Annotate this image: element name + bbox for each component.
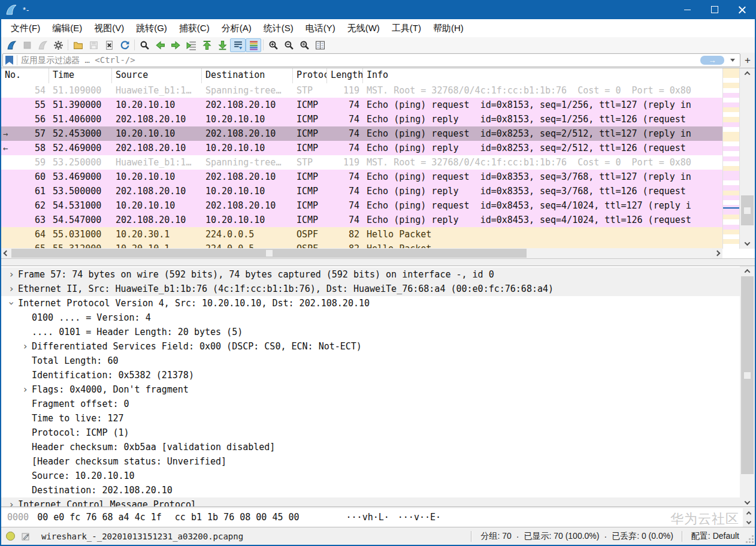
menu-item-2[interactable]: 视图(V) xyxy=(88,19,130,37)
packet-row-62[interactable]: 6254.53100010.20.10.10202.108.20.10ICMP7… xyxy=(1,198,722,213)
scroll-up-button[interactable] xyxy=(740,266,755,276)
menu-item-6[interactable]: 统计(S) xyxy=(258,19,300,37)
expand-icon[interactable]: › xyxy=(5,282,18,296)
detail-line-12[interactable]: Header checksum: 0xb5aa [validation disa… xyxy=(1,440,740,454)
packet-row-64[interactable]: 6455.03100010.20.30.1224.0.0.5OSPF82Hell… xyxy=(1,227,722,242)
hscroll-thumb[interactable] xyxy=(11,249,527,258)
capture-options-button[interactable] xyxy=(50,38,66,52)
packet-row-63[interactable]: 6354.547000202.108.20.1010.20.10.10ICMP7… xyxy=(1,213,722,227)
colorize-packets-button[interactable] xyxy=(246,38,261,52)
open-file-button[interactable] xyxy=(70,38,86,52)
zoom-in-button[interactable] xyxy=(265,38,281,52)
go-to-packet-button[interactable] xyxy=(183,38,199,52)
detail-line-16[interactable]: ›Internet Control Message Protocol xyxy=(1,497,740,507)
filter-bookmark-icon[interactable] xyxy=(5,56,13,65)
save-file-button[interactable] xyxy=(86,38,101,52)
detail-line-13[interactable]: [Header checksum status: Unverified] xyxy=(1,454,740,469)
column-header-source[interactable]: Source xyxy=(112,68,202,83)
detail-line-3[interactable]: 0100 .... = Version: 4 xyxy=(1,310,740,325)
detail-line-15[interactable]: Destination: 202.108.20.10 xyxy=(1,483,740,497)
resize-columns-button[interactable] xyxy=(312,38,328,52)
auto-scroll-button[interactable] xyxy=(230,38,246,52)
profile-label[interactable]: 配置: Default xyxy=(691,531,739,542)
go-back-button[interactable] xyxy=(152,38,168,52)
zoom-original-button[interactable] xyxy=(297,38,312,52)
stop-capture-button[interactable] xyxy=(19,38,35,52)
vscroll-thumb[interactable] xyxy=(741,195,754,225)
detail-line-7[interactable]: Identification: 0x5382 (21378) xyxy=(1,368,740,382)
expand-icon[interactable]: › xyxy=(5,267,18,282)
detail-line-1[interactable]: ›Ethernet II, Src: HuaweiTe_b1:1b:76 (4c… xyxy=(1,282,740,296)
column-header-length[interactable]: Length xyxy=(327,68,363,83)
packet-row-57[interactable]: →5752.45300010.20.10.10202.108.20.10ICMP… xyxy=(1,126,722,141)
detail-line-10[interactable]: Time to live: 127 xyxy=(1,411,740,426)
detail-line-0[interactable]: ›Frame 57: 74 bytes on wire (592 bits), … xyxy=(1,267,740,282)
menu-item-0[interactable]: 文件(F) xyxy=(5,19,46,37)
zoom-out-button[interactable] xyxy=(281,38,297,52)
packet-row-59[interactable]: 5953.250000HuaweiTe_b1:1…Spanning-tree…S… xyxy=(1,155,722,170)
scroll-left-button[interactable] xyxy=(1,248,11,258)
scroll-down-button[interactable] xyxy=(740,239,755,249)
packet-row-58[interactable]: ←5852.469000202.108.20.1010.20.10.10ICMP… xyxy=(1,141,722,155)
go-last-packet-button[interactable] xyxy=(214,38,230,52)
expand-icon[interactable]: › xyxy=(5,497,18,507)
close-button[interactable] xyxy=(728,0,756,19)
apply-filter-button[interactable]: → xyxy=(700,56,724,65)
column-header-info[interactable]: Info xyxy=(363,68,722,83)
detail-line-8[interactable]: ›Flags: 0x4000, Don't fragment xyxy=(1,382,740,397)
expand-icon[interactable]: › xyxy=(19,339,32,354)
menu-item-1[interactable]: 编辑(E) xyxy=(46,19,88,37)
detail-line-4[interactable]: .... 0101 = Header Length: 20 bytes (5) xyxy=(1,325,740,339)
expert-info-button[interactable] xyxy=(6,532,15,541)
detail-line-6[interactable]: Total Length: 60 xyxy=(1,354,740,368)
menu-item-8[interactable]: 无线(W) xyxy=(341,19,386,37)
detail-line-2[interactable]: ›Internet Protocol Version 4, Src: 10.20… xyxy=(1,296,740,310)
packet-list-vscrollbar[interactable] xyxy=(740,68,755,249)
scroll-down-button[interactable] xyxy=(740,497,755,507)
packet-row-60[interactable]: 6053.46900010.20.10.10202.108.20.10ICMP7… xyxy=(1,170,722,184)
scroll-up-button[interactable] xyxy=(743,508,755,517)
find-packet-button[interactable] xyxy=(137,38,152,52)
close-file-button[interactable] xyxy=(101,38,117,52)
capture-comment-icon[interactable] xyxy=(21,532,31,541)
hex-vscrollbar[interactable] xyxy=(743,508,755,527)
add-filter-button[interactable]: + xyxy=(742,54,753,67)
collapse-icon[interactable]: › xyxy=(4,297,19,310)
column-header-protoc[interactable]: Protoc xyxy=(293,68,327,83)
scroll-up-button[interactable] xyxy=(740,68,755,79)
column-header-destination[interactable]: Destination xyxy=(202,68,293,83)
go-first-packet-button[interactable] xyxy=(199,38,214,52)
resize-grip[interactable] xyxy=(745,535,754,543)
details-vscrollbar[interactable] xyxy=(740,266,755,507)
menu-item-4[interactable]: 捕获(C) xyxy=(173,19,216,37)
menu-item-3[interactable]: 跳转(G) xyxy=(130,19,173,37)
detail-line-9[interactable]: Fragment offset: 0 xyxy=(1,397,740,411)
menu-item-10[interactable]: 帮助(H) xyxy=(427,19,470,37)
packet-row-55[interactable]: 5551.39000010.20.10.10202.108.20.10ICMP7… xyxy=(1,98,722,112)
column-header-no[interactable]: No. xyxy=(1,68,49,83)
start-capture-button[interactable] xyxy=(4,38,19,52)
restart-capture-button[interactable] xyxy=(35,38,50,52)
display-filter-input[interactable]: 应用显示过滤器 … <Ctrl-/> → xyxy=(2,53,740,67)
reload-file-button[interactable] xyxy=(117,38,132,52)
go-forward-button[interactable] xyxy=(168,38,183,52)
packet-minimap[interactable] xyxy=(722,68,740,249)
expand-icon[interactable]: › xyxy=(19,382,32,397)
maximize-button[interactable] xyxy=(701,0,728,19)
scroll-right-button[interactable] xyxy=(712,248,722,258)
filter-dropdown-icon[interactable] xyxy=(730,59,735,62)
detail-line-14[interactable]: Source: 10.20.10.10 xyxy=(1,469,740,483)
scroll-down-button[interactable] xyxy=(743,518,755,527)
packet-list-hscrollbar[interactable] xyxy=(1,248,722,258)
pane-splitter[interactable] xyxy=(1,258,755,266)
menu-item-9[interactable]: 工具(T) xyxy=(386,19,427,37)
hex-dump-row[interactable]: 000000 e0 fc 76 68 a4 4c 1fcc b1 1b 76 0… xyxy=(1,508,441,527)
menu-item-5[interactable]: 分析(A) xyxy=(216,19,258,37)
column-header-time[interactable]: Time xyxy=(49,68,112,83)
vscroll-thumb[interactable] xyxy=(741,276,754,474)
packet-row-56[interactable]: 5651.406000202.108.20.1010.20.10.10ICMP7… xyxy=(1,112,722,126)
menu-item-7[interactable]: 电话(Y) xyxy=(300,19,341,37)
minimize-button[interactable] xyxy=(673,0,701,19)
packet-row-54[interactable]: 5451.109000HuaweiTe_b1:1…Spanning-tree…S… xyxy=(1,83,722,98)
detail-line-5[interactable]: ›Differentiated Services Field: 0x00 (DS… xyxy=(1,339,740,354)
